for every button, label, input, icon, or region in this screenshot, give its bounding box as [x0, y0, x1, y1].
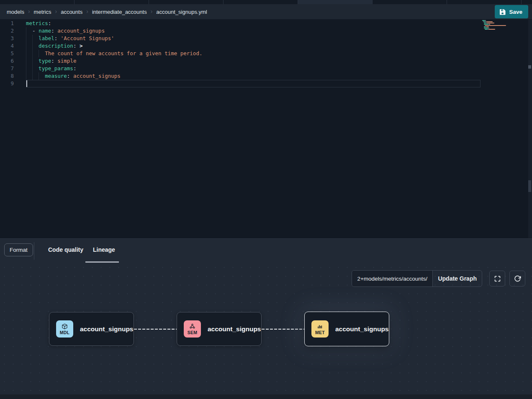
code-line: The count of new accounts for a given ti…	[26, 50, 202, 57]
line-number: 5	[0, 50, 14, 57]
window-tab[interactable]	[75, 0, 149, 4]
lineage-node-semantic-model[interactable]: SEM account_signups	[177, 312, 262, 346]
minimap-line	[488, 28, 489, 28]
line-number: 1	[0, 20, 14, 27]
refresh-icon	[514, 275, 521, 282]
window-tab[interactable]	[0, 0, 75, 4]
breadcrumb-item[interactable]: models	[7, 9, 24, 15]
tab-lineage[interactable]: Lineage	[93, 246, 115, 253]
minimap-line	[489, 24, 490, 25]
chevron-right-icon: ›	[151, 8, 153, 14]
selector-group: Update Graph	[352, 270, 482, 287]
lineage-edge	[134, 329, 177, 330]
code-line: label: 'Account Signups'	[26, 35, 202, 42]
update-graph-button[interactable]: Update Graph	[432, 271, 482, 286]
save-icon	[499, 9, 506, 15]
line-number: 9	[0, 80, 14, 87]
network-icon	[189, 323, 195, 330]
window-tab-strip	[0, 0, 532, 4]
canvas-bottom-strip	[0, 394, 532, 399]
window-tab[interactable]	[447, 0, 522, 4]
breadcrumb-item[interactable]: metrics	[34, 9, 51, 15]
line-number: 4	[0, 42, 14, 50]
chevron-right-icon: ›	[28, 8, 30, 14]
node-label: account_signups	[335, 325, 388, 333]
breadcrumb-item: account_signups.yml	[156, 9, 207, 15]
cube-icon	[62, 323, 68, 330]
model-badge-label: MDL	[60, 330, 70, 335]
minimap-line	[486, 21, 493, 22]
active-tab-underline	[85, 261, 119, 263]
breadcrumb-item[interactable]: accounts	[61, 9, 82, 15]
code-line	[26, 80, 202, 87]
line-number: 3	[0, 35, 14, 42]
minimap[interactable]	[481, 19, 528, 238]
save-button-label: Save	[509, 9, 522, 15]
fullscreen-icon	[494, 275, 501, 282]
tab-code-quality[interactable]: Code quality	[48, 246, 83, 253]
minimap-line	[487, 23, 494, 23]
line-number: 8	[0, 72, 14, 80]
line-number: 2	[0, 27, 14, 35]
semantic-badge-label: SEM	[188, 330, 198, 335]
fullscreen-button[interactable]	[489, 271, 505, 286]
save-button[interactable]: Save	[495, 5, 528, 18]
line-number: 7	[0, 65, 14, 72]
metric-badge-label: MET	[315, 330, 325, 335]
window-tab[interactable]	[373, 0, 447, 4]
window-tab[interactable]	[522, 0, 532, 4]
code-line: measure: account_signups	[26, 72, 202, 80]
scrollbar-thumb[interactable]	[528, 180, 531, 192]
chevron-right-icon: ›	[86, 8, 88, 14]
code-editor[interactable]: 123456789 metrics: - name: account_signu…	[0, 19, 532, 238]
breadcrumb: models›metrics›accounts›intermediate_acc…	[7, 9, 207, 15]
lineage-edge	[262, 329, 304, 330]
minimap-line	[485, 29, 488, 30]
minimap-line	[482, 20, 485, 21]
code-line: type_params:	[26, 65, 202, 72]
line-number: 6	[0, 57, 14, 65]
code-line: description: >	[26, 42, 202, 50]
window-tab[interactable]	[224, 0, 298, 4]
editor-scrollbar[interactable]	[528, 20, 532, 238]
minimap-line	[484, 24, 488, 25]
refresh-graph-button[interactable]	[509, 271, 525, 286]
node-label: account_signups	[208, 325, 261, 333]
scrollbar-marker	[528, 65, 531, 69]
code-line: - name: account_signups	[26, 27, 202, 35]
minimap-line	[486, 26, 489, 27]
editor-code[interactable]: metrics: - name: account_signups label: …	[26, 20, 202, 87]
breadcrumb-item[interactable]: intermediate_accounts	[92, 9, 147, 15]
panel-tab-bar: Format Code quality Lineage	[0, 239, 532, 263]
minimap-line	[484, 28, 488, 28]
tab-bar-divider	[34, 242, 34, 260]
metric-badge: MET	[311, 320, 329, 338]
editor-gutter: 123456789	[0, 20, 14, 87]
breadcrumb-bar: models›metrics›accounts›intermediate_acc…	[0, 4, 532, 19]
lineage-selector-input[interactable]	[352, 271, 432, 286]
node-label: account_signups	[80, 325, 133, 333]
bottom-panel: Format Code quality Lineage Update Graph	[0, 238, 532, 399]
format-button[interactable]: Format	[4, 243, 33, 256]
code-line: metrics:	[26, 20, 202, 27]
semantic-badge: SEM	[184, 320, 201, 338]
window-tab-active[interactable]	[298, 0, 373, 4]
bar-chart-icon	[317, 323, 323, 330]
code-line: type: simple	[26, 57, 202, 65]
minimap-line	[485, 20, 486, 21]
lineage-toolbar: Update Graph	[352, 270, 525, 287]
chevron-right-icon: ›	[55, 8, 57, 14]
window-tab[interactable]	[149, 0, 224, 4]
minimap-line	[485, 25, 506, 26]
minimap-line	[488, 29, 495, 30]
model-badge: MDL	[56, 320, 73, 338]
lineage-node-metric-selected[interactable]: MET account_signups	[304, 312, 389, 346]
lineage-node-model[interactable]: MDL account_signups	[49, 312, 134, 346]
